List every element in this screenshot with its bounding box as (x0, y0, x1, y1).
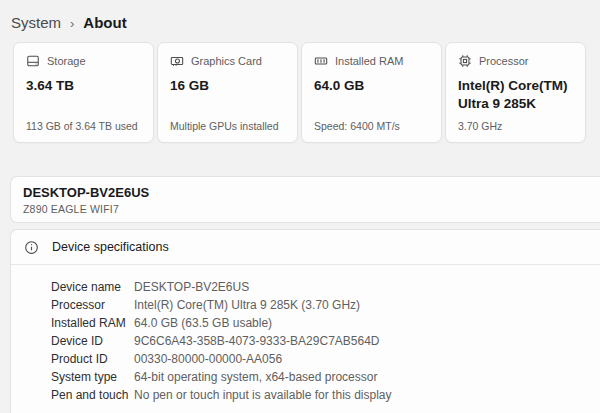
installed-ram-detail: Speed: 6400 MT/s (314, 120, 400, 132)
device-specifications-title: Device specifications (52, 240, 169, 254)
spec-label: Device name (51, 280, 134, 294)
spec-row-device-name: Device name DESKTOP-BV2E6US (51, 278, 600, 296)
breadcrumb-separator-icon: › (70, 15, 74, 31)
processor-card-value: Intel(R) Core(TM) Ultra 9 285K (458, 77, 573, 112)
spec-value: Intel(R) Core(TM) Ultra 9 285K (3.70 GHz… (134, 298, 360, 312)
installed-ram-value: 64.0 GB (314, 77, 429, 95)
storage-card-detail: 113 GB of 3.64 TB used (26, 120, 138, 132)
spec-label: Installed RAM (51, 316, 134, 330)
processor-card-detail: 3.70 GHz (458, 120, 502, 132)
device-header-card: DESKTOP-BV2E6US Z890 EAGLE WIFI7 (10, 176, 600, 223)
page-title: About (83, 14, 126, 31)
spec-label: System type (51, 370, 134, 384)
spec-label: Pen and touch (51, 388, 134, 402)
spec-value: 64.0 GB (63.5 GB usable) (134, 316, 272, 330)
graphics-card-value: 16 GB (170, 77, 285, 95)
installed-ram-card[interactable]: Installed RAM 64.0 GB Speed: 6400 MT/s (301, 42, 442, 143)
gpu-icon (170, 54, 184, 68)
spec-row-device-id: Device ID 9C6C6A43-358B-4073-9333-BA29C7… (51, 332, 600, 350)
spec-row-pen-and-touch: Pen and touch No pen or touch input is a… (51, 386, 600, 404)
device-specifications-body: Device name DESKTOP-BV2E6US Processor In… (11, 265, 600, 404)
breadcrumb: System › About (0, 0, 600, 34)
processor-card[interactable]: Processor Intel(R) Core(TM) Ultra 9 285K… (445, 42, 586, 143)
storage-icon (26, 54, 40, 68)
spec-value: 64-bit operating system, x64-based proce… (134, 370, 377, 384)
spec-value: 00330-80000-00000-AA056 (134, 352, 282, 366)
installed-ram-label: Installed RAM (335, 55, 403, 67)
spec-label: Device ID (51, 334, 134, 348)
breadcrumb-system-link[interactable]: System (11, 14, 61, 31)
processor-card-label: Processor (479, 55, 529, 67)
spec-row-system-type: System type 64-bit operating system, x64… (51, 368, 600, 386)
device-model: Z890 EAGLE WIFI7 (23, 203, 600, 215)
processor-icon (458, 54, 472, 68)
spec-value: 9C6C6A43-358B-4073-9333-BA29C7AB564D (134, 334, 380, 348)
storage-card-value: 3.64 TB (26, 77, 141, 95)
spec-value: No pen or touch input is available for t… (134, 388, 391, 402)
spec-label: Processor (51, 298, 134, 312)
spec-label: Product ID (51, 352, 134, 366)
ram-icon (314, 54, 328, 68)
device-specifications-card: Device specifications Device name DESKTO… (10, 229, 600, 413)
spec-row-installed-ram: Installed RAM 64.0 GB (63.5 GB usable) (51, 314, 600, 332)
storage-card-label: Storage (47, 55, 86, 67)
summary-cards-row: Storage 3.64 TB 113 GB of 3.64 TB used G… (13, 42, 600, 143)
storage-card[interactable]: Storage 3.64 TB 113 GB of 3.64 TB used (13, 42, 154, 143)
device-name: DESKTOP-BV2E6US (23, 185, 600, 200)
graphics-card-detail: Multiple GPUs installed (170, 120, 279, 132)
graphics-card-card[interactable]: Graphics Card 16 GB Multiple GPUs instal… (157, 42, 298, 143)
graphics-card-label: Graphics Card (191, 55, 262, 67)
device-specifications-expander[interactable]: Device specifications (11, 230, 600, 265)
info-icon (24, 240, 39, 255)
spec-row-product-id: Product ID 00330-80000-00000-AA056 (51, 350, 600, 368)
spec-value: DESKTOP-BV2E6US (134, 280, 249, 294)
spec-row-processor: Processor Intel(R) Core(TM) Ultra 9 285K… (51, 296, 600, 314)
